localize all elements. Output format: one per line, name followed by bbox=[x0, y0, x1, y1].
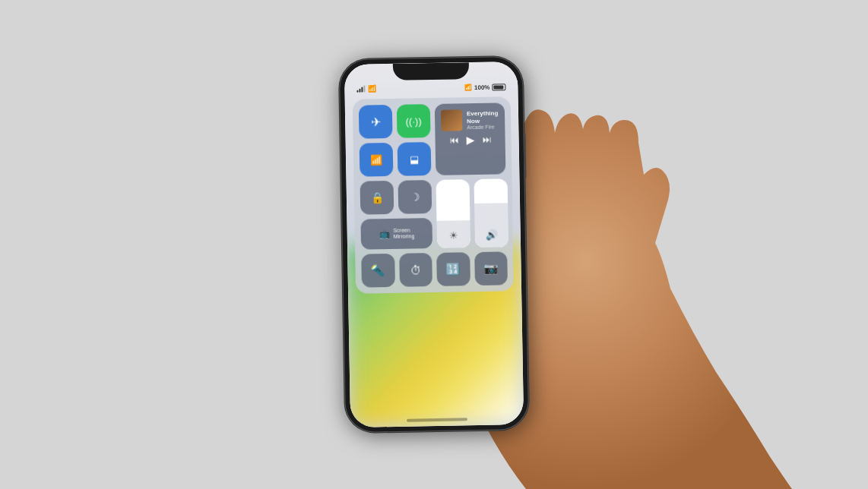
brightness-slider[interactable]: ☀ bbox=[436, 179, 471, 248]
battery-fill bbox=[493, 85, 503, 89]
signal-bar-4 bbox=[363, 86, 365, 93]
notch bbox=[393, 62, 469, 80]
cellular-icon: ((·)) bbox=[406, 115, 422, 127]
play-pause-button[interactable]: ▶ bbox=[466, 134, 474, 146]
track-title: Everything Now bbox=[467, 109, 499, 125]
battery-percent: 100% bbox=[474, 84, 490, 90]
calculator-button[interactable]: 🔢 bbox=[436, 252, 470, 286]
signal-strength bbox=[356, 87, 365, 93]
timer-icon: ⏱ bbox=[410, 263, 421, 276]
rewind-button[interactable]: ⏮ bbox=[449, 134, 458, 145]
middle-row: 🔒 ☽ 📺 ScreenMirroring bbox=[360, 178, 508, 249]
flashlight-icon: 🔦 bbox=[371, 263, 385, 277]
phone-body: 📶 📶 100% bbox=[340, 57, 529, 432]
moon-icon: ☽ bbox=[410, 191, 420, 203]
calculator-icon: 🔢 bbox=[446, 262, 461, 276]
lock-dnd-row: 🔒 ☽ bbox=[360, 180, 432, 215]
track-info: Everything Now Arcade Fire bbox=[467, 109, 499, 130]
signal-area: 📶 bbox=[356, 85, 376, 93]
wifi-icon: 📶 bbox=[370, 154, 382, 166]
volume-icon: 🔊 bbox=[486, 229, 498, 241]
screen-mirroring-button[interactable]: 📺 ScreenMirroring bbox=[360, 218, 432, 250]
bluetooth-icon: 📶 bbox=[464, 84, 472, 91]
bluetooth-button[interactable]: ⬓ bbox=[398, 142, 432, 176]
battery-indicator bbox=[492, 84, 505, 90]
full-scene: 📶 📶 100% bbox=[0, 0, 868, 489]
do-not-disturb-button[interactable]: ☽ bbox=[398, 180, 432, 214]
signal-bar-1 bbox=[356, 90, 358, 93]
top-row: ✈ ((·)) 📶 ⬓ bbox=[359, 103, 506, 176]
airplane-icon: ✈ bbox=[371, 115, 381, 129]
screen-mirroring-label: ScreenMirroring bbox=[393, 227, 414, 240]
timer-button[interactable]: ⏱ bbox=[399, 253, 432, 287]
fast-forward-button[interactable]: ⏭ bbox=[482, 134, 491, 145]
phone: 📶 📶 100% bbox=[340, 57, 529, 432]
control-center: ✈ ((·)) 📶 ⬓ bbox=[353, 96, 514, 294]
connectivity-grid: ✈ ((·)) 📶 ⬓ bbox=[359, 104, 432, 177]
album-art bbox=[441, 109, 462, 131]
flashlight-button[interactable]: 🔦 bbox=[361, 254, 394, 288]
volume-slider[interactable]: 🔊 bbox=[474, 178, 509, 248]
sliders-area: ☀ 🔊 bbox=[436, 178, 509, 248]
bluetooth-icon-btn: ⬓ bbox=[410, 153, 419, 165]
signal-bar-2 bbox=[359, 89, 360, 93]
wifi-button[interactable]: 📶 bbox=[360, 143, 394, 177]
wifi-status-icon: 📶 bbox=[368, 85, 376, 93]
playback-controls: ⏮ ▶ ⏭ bbox=[441, 133, 499, 146]
airplane-mode-button[interactable]: ✈ bbox=[359, 105, 393, 139]
phone-screen: 📶 📶 100% bbox=[344, 62, 524, 427]
brightness-icon: ☀ bbox=[449, 229, 458, 241]
camera-button[interactable]: 📷 bbox=[474, 251, 508, 286]
rotation-lock-button[interactable]: 🔒 bbox=[360, 181, 394, 215]
now-playing-widget: Everything Now Arcade Fire ⏮ ▶ ⏭ bbox=[435, 103, 506, 175]
signal-bar-3 bbox=[361, 87, 363, 93]
cellular-button[interactable]: ((·)) bbox=[397, 104, 431, 138]
screen-mirroring-icon: 📺 bbox=[379, 229, 390, 239]
camera-icon: 📷 bbox=[483, 262, 498, 276]
left-buttons: 🔒 ☽ 📺 ScreenMirroring bbox=[360, 180, 433, 250]
rotation-lock-icon: 🔒 bbox=[370, 191, 383, 203]
battery-area: 📶 100% bbox=[464, 84, 506, 91]
now-playing-top: Everything Now Arcade Fire bbox=[441, 109, 499, 131]
bottom-row: 🔦 ⏱ 🔢 📷 bbox=[361, 251, 508, 287]
track-artist: Arcade Fire bbox=[467, 125, 499, 131]
